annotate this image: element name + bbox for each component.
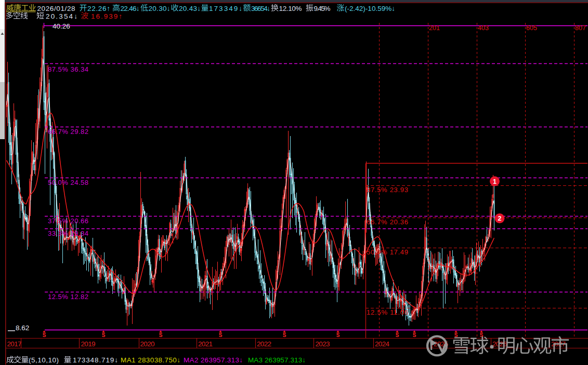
svg-text:S: S: [336, 332, 340, 338]
svg-text:S: S: [159, 332, 163, 338]
svg-text:S: S: [396, 332, 399, 338]
svg-text:173348.719↓: 173348.719↓: [73, 356, 118, 364]
svg-text:20.354↓: 20.354↓: [46, 12, 77, 20]
svg-text:9.45%: 9.45%: [314, 5, 331, 12]
svg-text:403: 403: [478, 24, 489, 32]
svg-text:MA3 263957.313↓: MA3 263957.313↓: [248, 356, 306, 364]
svg-text:66.7% 20.36: 66.7% 20.36: [367, 218, 408, 226]
svg-text:33.3% 19.34: 33.3% 19.34: [48, 229, 88, 237]
svg-text:S: S: [102, 332, 106, 338]
svg-text:50.0% 17.49: 50.0% 17.49: [367, 248, 408, 256]
svg-text:MA2 263957.313↓: MA2 263957.313↓: [184, 356, 243, 364]
svg-text:S: S: [283, 332, 286, 338]
svg-text:36654↓: 36654↓: [251, 5, 270, 12]
svg-text:201: 201: [429, 24, 440, 32]
svg-text:2020: 2020: [140, 340, 155, 348]
svg-text:2019: 2019: [81, 340, 96, 348]
svg-text:S: S: [454, 332, 458, 338]
svg-text:2026/01/28: 2026/01/28: [37, 5, 75, 12]
svg-text:37.5% 20.66: 37.5% 20.66: [48, 217, 88, 225]
svg-text:S: S: [43, 332, 46, 338]
svg-text:(-2.42)-10.59%↓: (-2.42)-10.59%↓: [345, 5, 395, 12]
svg-text:22.46↓: 22.46↓: [121, 5, 140, 12]
svg-text:MA1 283038.750↓: MA1 283038.750↓: [121, 356, 180, 364]
svg-text:173349↓: 173349↓: [209, 5, 242, 12]
svg-text:16.939↑: 16.939↑: [91, 12, 122, 20]
svg-text:2023: 2023: [316, 340, 330, 348]
svg-text:22.26↑: 22.26↑: [87, 5, 110, 12]
svg-text:12.5% 11.06: 12.5% 11.06: [367, 308, 408, 316]
svg-text:(5,10,10): (5,10,10): [29, 356, 59, 364]
svg-text:20.30↓: 20.30↓: [149, 5, 171, 12]
svg-text:2024: 2024: [375, 340, 389, 348]
svg-text:87.5% 23.93: 87.5% 23.93: [367, 186, 408, 194]
svg-text:20.43↓: 20.43↓: [179, 5, 201, 12]
svg-text:807: 807: [575, 24, 586, 32]
svg-text:12.10%: 12.10%: [279, 5, 302, 12]
svg-text:66.7% 29.82: 66.7% 29.82: [48, 128, 88, 136]
svg-text:40.26: 40.26: [53, 22, 70, 30]
svg-text:87.5% 36.34: 87.5% 36.34: [48, 65, 88, 73]
svg-text:50.0% 24.58: 50.0% 24.58: [48, 179, 88, 186]
svg-text:2017: 2017: [7, 340, 22, 348]
svg-text:2022: 2022: [257, 340, 271, 348]
svg-text:S: S: [219, 332, 223, 338]
svg-text:S: S: [413, 332, 416, 338]
svg-text:2: 2: [498, 215, 502, 222]
svg-text:2021: 2021: [198, 340, 213, 348]
svg-text:8.62: 8.62: [16, 324, 29, 332]
svg-text:1: 1: [493, 178, 496, 185]
svg-text:605: 605: [526, 24, 537, 32]
svg-text:12.5% 12.82: 12.5% 12.82: [48, 293, 88, 301]
